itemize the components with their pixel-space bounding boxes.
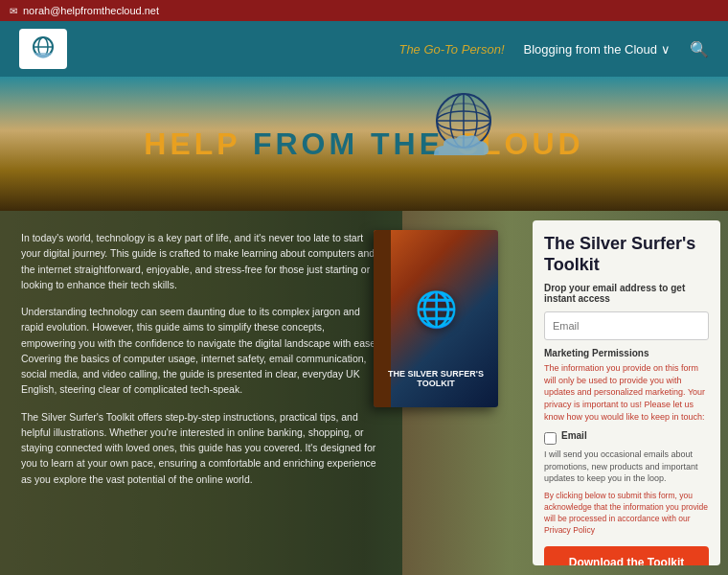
logo-icon (26, 32, 60, 66)
chevron-down-icon: ∨ (661, 42, 671, 57)
header: The Go-To Person! Blogging from the Clou… (0, 21, 728, 77)
top-bar-email: norah@helpfromthecloud.net (23, 5, 159, 16)
marketing-label: Marketing Permissions (544, 348, 709, 358)
download-button[interactable]: Download the Toolkit (544, 546, 709, 566)
search-icon[interactable]: 🔍 (690, 40, 709, 58)
main-section: In today's world, technology is a key pa… (0, 211, 728, 575)
globe-graphic (429, 86, 498, 155)
book-globe-icon: 🌐 (415, 289, 458, 330)
marketing-text: The information you provide on this form… (544, 362, 709, 423)
email-checkbox[interactable] (544, 432, 557, 445)
panel-subtitle: Drop your email address to get instant a… (544, 283, 709, 304)
email-desc: I will send you occasional emails about … (544, 448, 709, 485)
email-checkbox-label: Email (561, 430, 587, 441)
email-input[interactable] (544, 311, 709, 340)
book-title-text: THE SILVER SURFER'S TOOLKIT (374, 369, 498, 388)
hero-title: HELP FROM THE CLOUD (144, 126, 583, 162)
top-bar: ✉ norah@helpfromthecloud.net (0, 0, 728, 21)
book-image-area: 🌐 THE SILVER SURFER'S TOOLKIT (374, 230, 508, 412)
signup-panel: The Silver Surfer's Toolkit Drop your em… (533, 220, 720, 565)
email-checkbox-row: Email (544, 430, 709, 445)
hero-section: HELP FROM THE CLOUD (0, 77, 728, 211)
nav-link-blogging[interactable]: Blogging from the Cloud ∨ (524, 42, 671, 57)
nav: The Go-To Person! Blogging from the Clou… (398, 40, 709, 58)
panel-title: The Silver Surfer's Toolkit (544, 234, 709, 275)
left-content: In today's world, technology is a key pa… (0, 211, 402, 575)
paragraph-2: Understanding technology can seem daunti… (21, 304, 381, 398)
email-icon: ✉ (10, 6, 17, 16)
paragraph-3: The Silver Surfer's Toolkit offers step-… (21, 409, 381, 487)
logo (19, 29, 67, 69)
privacy-text: By clicking below to submit this form, y… (544, 491, 709, 537)
book-cover: 🌐 THE SILVER SURFER'S TOOLKIT (374, 230, 498, 407)
paragraph-1: In today's world, technology is a key pa… (21, 230, 381, 292)
nav-link-goto[interactable]: The Go-To Person! (398, 42, 504, 57)
